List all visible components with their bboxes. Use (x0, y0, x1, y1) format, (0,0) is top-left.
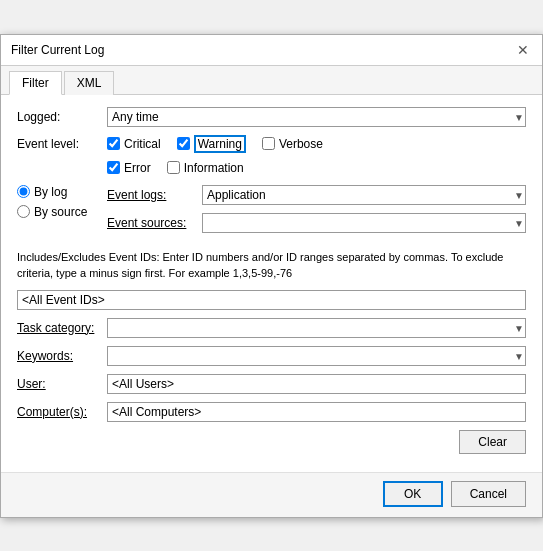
event-level-checkboxes: Critical Warning Verbose (107, 135, 526, 153)
by-log-input[interactable] (17, 185, 30, 198)
error-label: Error (124, 161, 151, 175)
event-sources-row: Event sources: ▼ (107, 213, 526, 233)
clear-button[interactable]: Clear (459, 430, 526, 454)
task-category-dropdown-wrap: ▼ (107, 318, 526, 338)
log-source-radios: By log By source (17, 185, 107, 219)
by-log-label: By log (34, 185, 67, 199)
tab-filter[interactable]: Filter (9, 71, 62, 95)
event-logs-dropdown[interactable]: Application (202, 185, 526, 205)
tab-xml[interactable]: XML (64, 71, 115, 95)
user-row: User: (17, 374, 526, 394)
checkbox-error[interactable]: Error (107, 161, 151, 175)
error-info-checkboxes: Error Information (107, 161, 526, 175)
task-category-row: Task category: ▼ (17, 318, 526, 338)
event-sources-dropdown-wrap: ▼ (202, 213, 526, 233)
computers-input-wrap (107, 402, 526, 422)
event-level-row: Event level: Critical Warning Verbose (17, 135, 526, 153)
event-logs-dropdown-wrap: Application ▼ (202, 185, 526, 205)
by-source-label: By source (34, 205, 87, 219)
event-logs-label: Event logs: (107, 188, 202, 202)
warning-label: Warning (194, 135, 246, 153)
ok-button[interactable]: OK (383, 481, 443, 507)
keywords-label: Keywords: (17, 349, 107, 363)
information-checkbox[interactable] (167, 161, 180, 174)
event-sources-label: Event sources: (107, 216, 202, 230)
task-category-dropdown[interactable] (107, 318, 526, 338)
keywords-dropdown-wrap: ▼ (107, 346, 526, 366)
logged-dropdown-wrap: Any time ▼ (107, 107, 526, 127)
event-ids-description: Includes/Excludes Event IDs: Enter ID nu… (17, 249, 526, 282)
logged-row: Logged: Any time ▼ (17, 107, 526, 127)
critical-checkbox[interactable] (107, 137, 120, 150)
warning-checkbox[interactable] (177, 137, 190, 150)
event-ids-row (17, 290, 526, 310)
filter-content: Logged: Any time ▼ Event level: Critical… (1, 95, 542, 472)
checkbox-warning[interactable]: Warning (177, 135, 246, 153)
verbose-label: Verbose (279, 137, 323, 151)
event-logs-row: Event logs: Application ▼ (107, 185, 526, 205)
user-input[interactable] (107, 374, 526, 394)
information-label: Information (184, 161, 244, 175)
log-source-section: By log By source Event logs: Application… (17, 185, 526, 241)
log-fields: Event logs: Application ▼ Event sources: (107, 185, 526, 241)
error-info-row: Error Information (17, 161, 526, 175)
dialog-title: Filter Current Log (11, 43, 104, 57)
task-category-label: Task category: (17, 321, 107, 335)
checkbox-information[interactable]: Information (167, 161, 244, 175)
computers-input[interactable] (107, 402, 526, 422)
event-level-label: Event level: (17, 137, 107, 151)
by-source-input[interactable] (17, 205, 30, 218)
close-button[interactable]: ✕ (514, 41, 532, 59)
user-input-wrap (107, 374, 526, 394)
title-bar: Filter Current Log ✕ (1, 35, 542, 66)
keywords-row: Keywords: ▼ (17, 346, 526, 366)
bottom-buttons: OK Cancel (1, 472, 542, 517)
verbose-checkbox[interactable] (262, 137, 275, 150)
event-sources-dropdown[interactable] (202, 213, 526, 233)
by-log-radio[interactable]: By log (17, 185, 107, 199)
event-ids-input[interactable] (17, 290, 526, 310)
clear-row: Clear (17, 430, 526, 454)
computers-label: Computer(s): (17, 405, 107, 419)
critical-label: Critical (124, 137, 161, 151)
filter-dialog: Filter Current Log ✕ Filter XML Logged: … (0, 34, 543, 518)
cancel-button[interactable]: Cancel (451, 481, 526, 507)
error-checkbox[interactable] (107, 161, 120, 174)
tab-bar: Filter XML (1, 66, 542, 95)
computers-row: Computer(s): (17, 402, 526, 422)
user-label: User: (17, 377, 107, 391)
checkbox-critical[interactable]: Critical (107, 137, 161, 151)
logged-label: Logged: (17, 110, 107, 124)
keywords-dropdown[interactable] (107, 346, 526, 366)
logged-dropdown[interactable]: Any time (107, 107, 526, 127)
by-source-radio[interactable]: By source (17, 205, 107, 219)
checkbox-verbose[interactable]: Verbose (262, 137, 323, 151)
